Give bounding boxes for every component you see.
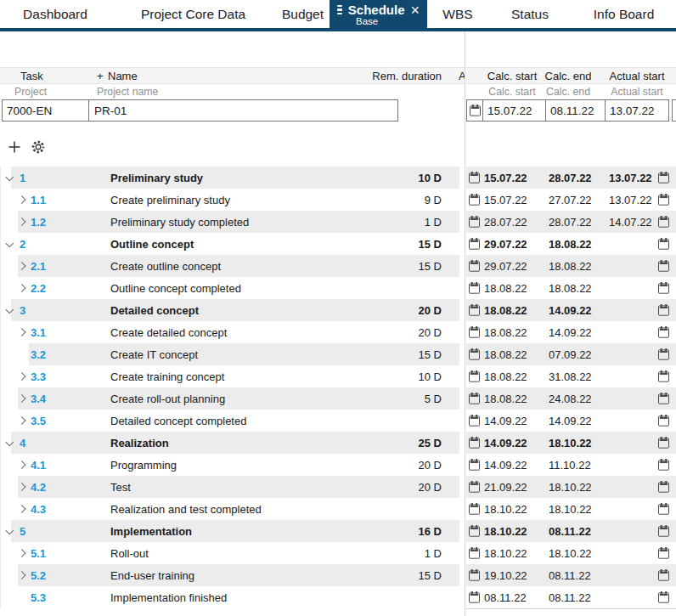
calendar-icon[interactable]: [658, 370, 669, 382]
tab-wbs[interactable]: WBS: [427, 0, 488, 28]
column-header-actual-start[interactable]: Actual start: [609, 70, 664, 82]
expand-chevron-icon[interactable]: [18, 416, 25, 424]
calendar-icon[interactable]: [469, 415, 480, 427]
calendar-icon[interactable]: [469, 238, 480, 250]
task-row-dates[interactable]: 08.11.2208.11.22: [466, 586, 676, 608]
project-actual-start-input[interactable]: 13.07.22: [606, 100, 668, 121]
task-row-dates[interactable]: 14.09.2218.10.22: [466, 432, 676, 454]
task-row[interactable]: 1.1Create preliminary study9 D: [1, 189, 459, 211]
task-row[interactable]: 2Outline concept15 D: [1, 233, 459, 255]
column-header-plus[interactable]: +: [97, 70, 104, 82]
calendar-icon[interactable]: [658, 481, 669, 493]
project-id-input[interactable]: 7000-EN: [3, 100, 89, 121]
calendar-icon[interactable]: [469, 282, 480, 294]
task-row-dates[interactable]: 18.08.2214.09.22: [466, 321, 676, 343]
task-row[interactable]: 5.2End-user training15 D: [1, 564, 459, 586]
column-header-name[interactable]: Name: [108, 70, 138, 82]
task-row[interactable]: 3Detailed concept20 D: [1, 299, 459, 321]
panel-splitter[interactable]: [465, 31, 465, 616]
task-row-dates[interactable]: 14.09.2211.10.22: [466, 454, 676, 476]
expand-chevron-icon[interactable]: [18, 372, 25, 380]
calendar-icon[interactable]: [469, 326, 480, 338]
calendar-icon[interactable]: [469, 194, 480, 206]
task-row-dates[interactable]: 28.07.2228.07.2214.07.22: [466, 211, 676, 233]
task-row[interactable]: 3.1Create detailed concept20 D: [1, 321, 459, 343]
task-row[interactable]: 5.3Implementation finished: [1, 586, 459, 608]
task-row[interactable]: 5Implementation16 D: [1, 520, 459, 542]
task-row[interactable]: 4.3Realization and test completed: [1, 498, 459, 520]
task-row[interactable]: 2.2Outline concept completed: [1, 277, 459, 299]
calendar-icon[interactable]: [467, 100, 483, 121]
project-calc-start-input[interactable]: 15.07.22: [483, 100, 546, 121]
expand-chevron-icon[interactable]: [18, 461, 25, 468]
calendar-icon[interactable]: [658, 415, 669, 427]
task-row-dates[interactable]: 29.07.2218.08.22: [466, 255, 676, 277]
column-header-actual-truncated[interactable]: A: [459, 70, 465, 82]
calendar-icon[interactable]: [658, 348, 669, 360]
task-row-dates[interactable]: 18.10.2218.10.22: [466, 498, 676, 520]
task-row-dates[interactable]: 14.09.2214.09.22: [466, 410, 676, 432]
task-row[interactable]: 2.1Create outline concept15 D: [1, 255, 459, 277]
calendar-icon[interactable]: [658, 282, 669, 294]
task-row-dates[interactable]: 15.07.2228.07.2213.07.22: [466, 167, 676, 189]
calendar-icon[interactable]: [469, 348, 480, 360]
calendar-icon[interactable]: [658, 326, 669, 338]
calendar-icon[interactable]: [469, 481, 480, 493]
tab-info-board[interactable]: Info Board: [572, 0, 676, 28]
expand-chevron-icon[interactable]: [18, 549, 25, 557]
calendar-icon[interactable]: [658, 216, 669, 228]
task-row-dates[interactable]: 18.08.2207.09.22: [466, 343, 676, 365]
calendar-icon[interactable]: [469, 459, 480, 471]
calendar-icon[interactable]: [469, 304, 480, 316]
task-row[interactable]: 1Preliminary study10 D: [1, 167, 459, 189]
calendar-icon[interactable]: [658, 503, 669, 515]
task-row[interactable]: 4.1Programming20 D: [1, 454, 459, 476]
calendar-icon[interactable]: [469, 437, 480, 449]
calendar-icon[interactable]: [469, 547, 480, 559]
expand-chevron-icon[interactable]: [18, 195, 25, 203]
calendar-icon[interactable]: [469, 172, 480, 184]
task-row-dates[interactable]: 29.07.2218.08.22: [466, 233, 676, 255]
tab-schedule[interactable]: Schedule × Base: [330, 0, 427, 28]
task-row[interactable]: 5.1Roll-out1 D: [1, 542, 459, 564]
tab-project-core-data[interactable]: Project Core Data: [110, 0, 276, 28]
project-actual-end-input-clipped[interactable]: [672, 99, 676, 122]
project-calc-end-input[interactable]: 08.11.22: [546, 100, 606, 121]
column-header-rem-duration[interactable]: Rem. duration: [372, 70, 442, 82]
column-header-calc-end[interactable]: Calc. end: [545, 70, 592, 82]
task-row-dates[interactable]: 18.10.2208.11.22: [466, 520, 676, 542]
expand-chevron-icon[interactable]: [18, 284, 25, 291]
task-row-dates[interactable]: 18.08.2218.08.22: [466, 277, 676, 299]
calendar-icon[interactable]: [658, 260, 669, 272]
task-row-dates[interactable]: 18.08.2224.08.22: [466, 387, 676, 410]
add-task-button[interactable]: [6, 138, 23, 156]
task-row[interactable]: 4.2Test20 D: [1, 476, 459, 498]
calendar-icon[interactable]: [469, 591, 480, 603]
settings-button[interactable]: [30, 138, 47, 156]
calendar-icon[interactable]: [658, 304, 669, 316]
column-header-task[interactable]: Task: [20, 70, 43, 82]
task-row-dates[interactable]: 21.09.2218.10.22: [466, 476, 676, 498]
task-row-dates[interactable]: 18.08.2231.08.22: [466, 365, 676, 387]
calendar-icon[interactable]: [658, 194, 669, 206]
task-row[interactable]: 3.3Create training concept10 D: [1, 365, 459, 387]
calendar-icon[interactable]: [658, 459, 669, 471]
task-row-dates[interactable]: 18.10.2218.10.22: [466, 542, 676, 564]
calendar-icon[interactable]: [658, 525, 669, 537]
calendar-icon[interactable]: [469, 216, 480, 228]
calendar-icon[interactable]: [658, 569, 669, 581]
column-header-calc-start[interactable]: Calc. start: [487, 70, 538, 82]
calendar-icon[interactable]: [658, 591, 669, 603]
task-row[interactable]: 3.4Create roll-out planning5 D: [1, 387, 459, 410]
calendar-icon[interactable]: [469, 569, 480, 581]
calendar-icon[interactable]: [658, 238, 669, 250]
calendar-icon[interactable]: [469, 260, 480, 272]
task-row[interactable]: 3.2Create IT concept15 D: [1, 343, 459, 365]
task-row[interactable]: 3.5Detailed concept completed: [1, 410, 459, 432]
task-row-dates[interactable]: 19.10.2208.11.22: [466, 564, 676, 586]
task-row[interactable]: 1.2Preliminary study completed1 D: [1, 211, 459, 233]
close-icon[interactable]: ×: [410, 4, 420, 16]
tab-dashboard[interactable]: Dashboard: [0, 0, 110, 28]
calendar-icon[interactable]: [658, 437, 669, 449]
task-row-dates[interactable]: 18.08.2214.09.22: [466, 299, 676, 321]
